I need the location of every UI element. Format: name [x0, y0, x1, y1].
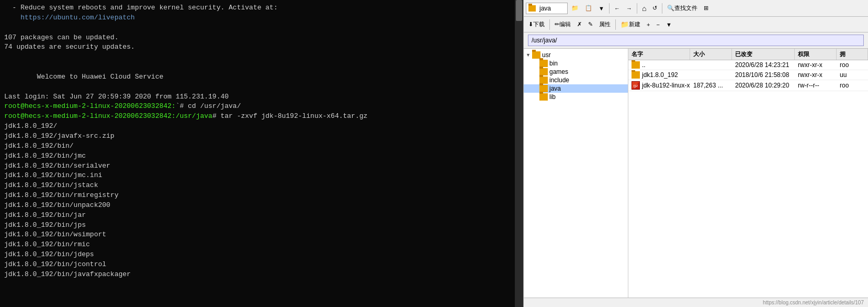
terminal-panel[interactable]: - Reduce system reboots and improve kern…	[0, 0, 523, 307]
tree-label: usr	[542, 51, 551, 59]
file-size	[690, 74, 732, 76]
btn-download[interactable]: ⬇ 下载	[526, 19, 547, 30]
btn-edit[interactable]: ✏ 编辑	[552, 19, 573, 30]
file-manager-panel: java 📁 📋 ▼ ← → ⌂ ↺ 🔍 查找文件 ⊞ ⬇ 下载 ✏ 编辑 ✗ …	[523, 0, 868, 307]
files-col-已改变[interactable]: 已改变	[732, 49, 795, 60]
folder-icon	[632, 61, 640, 69]
new-folder-icon: 📁	[621, 20, 629, 28]
tree-label: bin	[549, 60, 558, 67]
toolbar-sep-3	[662, 3, 662, 14]
file-owner: roo	[837, 81, 868, 90]
find-label: 查找文件	[674, 4, 697, 12]
files-col-名字[interactable]: 名字	[628, 49, 690, 60]
download-icon: ⬇	[528, 21, 533, 28]
btn-folder[interactable]: 📁	[569, 3, 581, 14]
tree-folder-icon	[539, 76, 548, 84]
fm-statusbar: https://blog.csdn.net/xjyin/article/deta…	[524, 298, 868, 307]
btn-copy[interactable]: 📋	[582, 3, 595, 14]
tree-label: games	[549, 68, 568, 75]
tree-item-lib[interactable]: lib	[524, 93, 628, 101]
file-name: jdk-8u192-linux-x64...	[642, 82, 690, 89]
btn-open-terminal[interactable]: ⊞	[701, 3, 711, 14]
btn-rename[interactable]: ✎	[585, 19, 595, 30]
file-perm: rw-r--r--	[795, 81, 837, 90]
btn-find-file[interactable]: 🔍 查找文件	[664, 3, 700, 14]
tree-folder-icon	[532, 51, 540, 59]
tree-arrow: ▼	[526, 52, 532, 58]
file-name-cell: gzjdk-8u192-linux-x64...	[628, 80, 690, 91]
tree-label: lib	[549, 93, 556, 101]
prop-label: 属性	[599, 20, 611, 28]
tree-label: java	[549, 85, 561, 92]
terminal-scrollbar[interactable]	[515, 0, 523, 307]
new-folder-label: 新建	[629, 20, 640, 28]
btn-properties[interactable]: 属性	[596, 19, 613, 30]
files-col-大小[interactable]: 大小	[690, 49, 732, 60]
address-bar-row: /usr/java/	[524, 32, 868, 49]
table-row[interactable]: gzjdk-8u192-linux-x64...187,263 ...2020/…	[628, 80, 868, 91]
fm-tree[interactable]: ▼usrbingamesincludejavalib	[524, 49, 628, 298]
btn-filter2[interactable]: ▼	[663, 19, 674, 30]
file-modified: 2020/6/28 14:23:21	[732, 60, 795, 70]
toolbar-sep-2	[637, 3, 637, 14]
tree-label: include	[549, 76, 569, 84]
download-label: 下载	[533, 20, 545, 28]
tree-folder-icon	[539, 68, 548, 75]
file-name: ..	[642, 61, 646, 69]
file-modified: 2020/6/28 10:29:20	[732, 81, 795, 90]
terminal-scrollbar-thumb[interactable]	[516, 0, 522, 21]
file-name-cell: jdk1.8.0_192	[628, 70, 690, 80]
file-size	[690, 64, 732, 66]
tgz-icon: gz	[632, 81, 640, 90]
files-col-权限[interactable]: 权限	[795, 49, 837, 60]
btn-back[interactable]: ←	[612, 3, 623, 14]
fm-files[interactable]: 名字大小已改变权限拥 ..2020/6/28 14:23:21rwxr-xr-x…	[628, 49, 868, 298]
btn-new-folder[interactable]: 📁 新建	[618, 19, 643, 30]
fm-main: ▼usrbingamesincludejavalib 名字大小已改变权限拥 ..…	[524, 49, 868, 298]
edit-icon: ✏	[555, 21, 559, 28]
search-icon: 🔍	[667, 5, 674, 12]
location-folder-icon	[528, 5, 536, 12]
files-col-拥[interactable]: 拥	[837, 49, 868, 60]
tree-folder-icon	[539, 85, 548, 92]
folder-icon	[632, 71, 640, 79]
file-perm: rwxr-xr-x	[795, 60, 837, 70]
btn-filter-dropdown[interactable]: ▼	[596, 3, 607, 14]
tree-folder-icon	[539, 93, 548, 101]
fm-toolbar2: ⬇ 下载 ✏ 编辑 ✗ ✎ 属性 📁 新建 + − ▼	[524, 17, 868, 32]
btn-forward[interactable]: →	[624, 3, 635, 14]
fm-toolbar1: java 📁 📋 ▼ ← → ⌂ ↺ 🔍 查找文件 ⊞	[524, 0, 868, 17]
file-owner: roo	[837, 60, 868, 70]
btn-refresh[interactable]: ↺	[650, 3, 660, 14]
address-text: /usr/java/	[532, 37, 557, 44]
toolbar-sep-4	[549, 19, 550, 30]
files-header: 名字大小已改变权限拥	[628, 49, 868, 60]
edit-label: 编辑	[559, 20, 571, 28]
statusbar-text: https://blog.csdn.net/xjyin/article/deta…	[763, 300, 864, 305]
toolbar-sep-1	[609, 3, 610, 14]
toolbar-sep-5	[615, 19, 616, 30]
btn-minus[interactable]: −	[653, 19, 662, 30]
btn-home[interactable]: ⌂	[639, 3, 649, 14]
location-label: java	[539, 5, 551, 12]
file-name-cell: ..	[628, 60, 690, 70]
tree-folder-icon	[539, 60, 548, 67]
table-row[interactable]: ..2020/6/28 14:23:21rwxr-xr-xroo	[628, 60, 868, 70]
terminal-output: - Reduce system reboots and improve kern…	[4, 3, 519, 280]
file-modified: 2018/10/6 21:58:08	[732, 70, 795, 80]
address-bar[interactable]: /usr/java/	[528, 35, 864, 46]
location-bar: java	[526, 3, 568, 14]
table-row[interactable]: jdk1.8.0_1922018/10/6 21:58:08rwxr-xr-xu…	[628, 70, 868, 80]
file-name: jdk1.8.0_192	[642, 71, 678, 79]
file-size: 187,263 ...	[690, 81, 732, 90]
files-list: ..2020/6/28 14:23:21rwxr-xr-xroojdk1.8.0…	[628, 60, 868, 91]
btn-plus[interactable]: +	[644, 19, 652, 30]
file-owner: uu	[837, 70, 868, 80]
file-perm: rwxr-xr-x	[795, 70, 837, 80]
btn-delete[interactable]: ✗	[574, 19, 584, 30]
